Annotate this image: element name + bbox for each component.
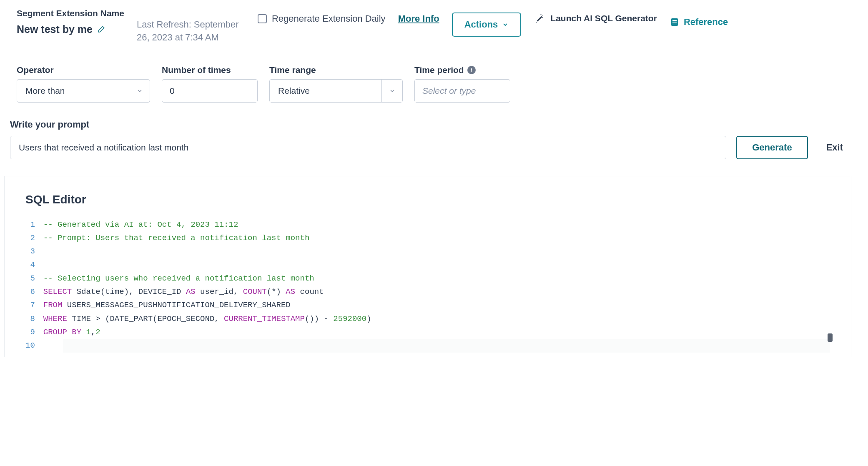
regenerate-checkbox[interactable] — [258, 14, 267, 23]
actions-label: Actions — [464, 19, 498, 30]
time-range-label: Time range — [269, 65, 403, 75]
svg-rect-2 — [672, 22, 677, 23]
actions-button[interactable]: Actions — [452, 13, 522, 37]
num-times-input-wrap — [162, 79, 258, 103]
operator-select[interactable]: More than — [17, 79, 150, 103]
time-period-label: Time period i — [414, 65, 510, 75]
prompt-input[interactable] — [10, 136, 726, 159]
operator-label: Operator — [17, 65, 150, 75]
scrollbar-thumb[interactable] — [828, 333, 833, 342]
chevron-down-icon — [389, 88, 396, 94]
info-icon[interactable]: i — [467, 66, 476, 74]
segment-name: New test by me — [17, 23, 93, 35]
last-refresh-text: Last Refresh: September 26, 2023 at 7:34… — [137, 18, 245, 44]
sql-editor-title: SQL Editor — [25, 193, 830, 206]
chevron-down-icon — [502, 21, 509, 28]
svg-rect-1 — [672, 20, 677, 21]
line-gutter: 12345678910 — [25, 218, 43, 353]
time-range-select[interactable]: Relative — [269, 79, 403, 103]
code-content[interactable]: -- Generated via AI at: Oct 4, 2023 11:1… — [43, 218, 830, 353]
exit-button[interactable]: Exit — [818, 142, 851, 153]
time-period-input[interactable] — [415, 80, 510, 102]
prompt-label: Write your prompt — [10, 119, 851, 130]
wand-icon — [534, 13, 544, 24]
num-times-input[interactable] — [162, 80, 257, 102]
reference-link[interactable]: Reference — [670, 17, 728, 28]
operator-value: More than — [17, 86, 129, 96]
time-period-input-wrap — [414, 79, 510, 103]
generate-button[interactable]: Generate — [736, 136, 808, 159]
time-range-value: Relative — [270, 86, 381, 96]
regenerate-label: Regenerate Extension Daily — [272, 13, 386, 25]
reference-label: Reference — [684, 17, 728, 28]
more-info-link[interactable]: More Info — [398, 13, 439, 25]
book-icon — [670, 17, 680, 27]
segment-name-label: Segment Extension Name — [17, 8, 124, 18]
chevron-down-icon — [136, 88, 143, 94]
num-times-label: Number of times — [162, 65, 258, 75]
edit-icon[interactable] — [97, 25, 105, 34]
launch-label: Launch AI SQL Generator — [550, 13, 657, 24]
sql-editor[interactable]: 12345678910 -- Generated via AI at: Oct … — [25, 218, 830, 353]
launch-ai-sql-button[interactable]: Launch AI SQL Generator — [534, 13, 657, 24]
